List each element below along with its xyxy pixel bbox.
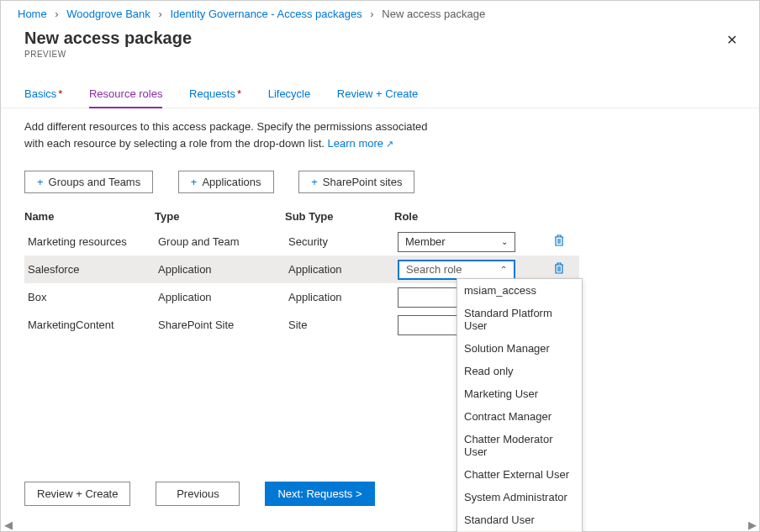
external-link-icon: ↗ (386, 139, 393, 149)
cell-type: Application (158, 291, 288, 303)
col-name: Name (24, 210, 155, 223)
tab-label: Requests (189, 87, 235, 100)
dropdown-option[interactable]: Chatter External User (457, 463, 582, 486)
role-select[interactable]: Member ⌄ (398, 232, 515, 252)
cell-subtype: Security (288, 235, 398, 248)
previous-button[interactable]: Previous (156, 482, 240, 506)
dropdown-option[interactable]: Standard User (457, 508, 582, 531)
intro-text: Add different resources to this access p… (1, 108, 472, 152)
plus-icon: + (37, 176, 44, 188)
col-type: Type (155, 210, 285, 223)
breadcrumb: Home › Woodgrove Bank › Identity Governa… (1, 1, 759, 25)
chevron-right-icon: › (158, 8, 161, 20)
dropdown-option[interactable]: Marketing User (457, 382, 582, 405)
trash-icon (553, 261, 565, 275)
close-button[interactable]: ✕ (721, 29, 742, 51)
tab-label: Review + Create (337, 87, 418, 100)
chevron-right-icon: › (370, 8, 373, 20)
tab-lifecycle[interactable]: Lifecycle (268, 82, 311, 107)
page-title: New access package (24, 29, 192, 48)
dropdown-option[interactable]: msiam_access (457, 279, 582, 302)
scrollbar-left-arrow[interactable]: ◀ (2, 519, 14, 530)
cell-name: Box (28, 291, 158, 303)
add-applications-button[interactable]: + Applications (178, 171, 274, 193)
dropdown-option[interactable]: Contract Manager (457, 405, 582, 428)
required-icon: * (58, 87, 62, 100)
chevron-right-icon: ▶ (748, 519, 757, 531)
cell-name: Salesforce (28, 263, 158, 276)
tab-label: Resource roles (89, 87, 162, 100)
breadcrumb-link-home[interactable]: Home (18, 8, 47, 20)
col-role: Role (394, 210, 541, 223)
button-label: SharePoint sites (323, 176, 403, 188)
dropdown-option[interactable]: System Administrator (457, 486, 582, 508)
learn-more-link[interactable]: Learn more↗ (328, 137, 393, 150)
button-label: Applications (202, 176, 261, 188)
role-select[interactable]: Search role ⌃ (398, 260, 515, 280)
breadcrumb-link-tenant[interactable]: Woodgrove Bank (66, 8, 150, 20)
dropdown-option[interactable]: Chatter Moderator User (457, 428, 582, 463)
breadcrumb-current: New access package (382, 8, 485, 20)
cell-subtype: Site (288, 319, 398, 331)
cell-type: SharePoint Site (158, 319, 288, 331)
next-button[interactable]: Next: Requests > (265, 482, 374, 506)
dropdown-option[interactable]: Standard Platform User (457, 302, 582, 337)
cell-name: MarketingContent (28, 319, 158, 331)
plus-icon: + (311, 176, 318, 188)
role-select-value: Member (405, 235, 446, 248)
cell-type: Application (158, 263, 288, 276)
cell-subtype: Application (288, 263, 398, 276)
review-create-button[interactable]: Review + Create (24, 482, 130, 506)
plus-icon: + (191, 176, 198, 188)
tab-requests[interactable]: Requests* (189, 82, 241, 107)
dropdown-option[interactable]: Read only (457, 360, 582, 382)
scrollbar-right-arrow[interactable]: ▶ (746, 519, 758, 530)
tab-bar: Basics* Resource roles Requests* Lifecyc… (1, 82, 759, 108)
tab-review-create[interactable]: Review + Create (337, 82, 418, 107)
delete-button[interactable] (545, 234, 578, 250)
cell-type: Group and Team (158, 235, 288, 248)
delete-button[interactable] (545, 261, 578, 277)
chevron-right-icon: › (55, 8, 58, 20)
dropdown-option[interactable]: Solution Manager (457, 337, 582, 360)
chevron-up-icon: ⌃ (500, 265, 507, 274)
tab-label: Lifecycle (268, 87, 311, 100)
add-sharepoint-button[interactable]: + SharePoint sites (298, 171, 414, 193)
chevron-left-icon: ◀ (4, 519, 13, 531)
table-row: Marketing resources Group and Team Secur… (24, 228, 579, 255)
role-select-placeholder: Search role (406, 263, 462, 276)
preview-label: PREVIEW (24, 50, 192, 59)
trash-icon (553, 234, 565, 247)
add-groups-button[interactable]: + Groups and Teams (24, 171, 153, 193)
cell-name: Marketing resources (28, 235, 158, 248)
required-icon: * (237, 87, 241, 100)
close-icon: ✕ (726, 33, 737, 47)
col-subtype: Sub Type (285, 210, 394, 223)
breadcrumb-link-governance[interactable]: Identity Governance - Access packages (170, 8, 362, 20)
button-label: Groups and Teams (49, 176, 141, 188)
tab-label: Basics (24, 87, 56, 100)
tab-basics[interactable]: Basics* (24, 82, 62, 107)
tab-resource-roles[interactable]: Resource roles (89, 82, 162, 108)
cell-subtype: Application (288, 291, 398, 303)
role-dropdown[interactable]: msiam_access Standard Platform User Solu… (457, 278, 583, 532)
chevron-down-icon: ⌄ (501, 237, 508, 246)
